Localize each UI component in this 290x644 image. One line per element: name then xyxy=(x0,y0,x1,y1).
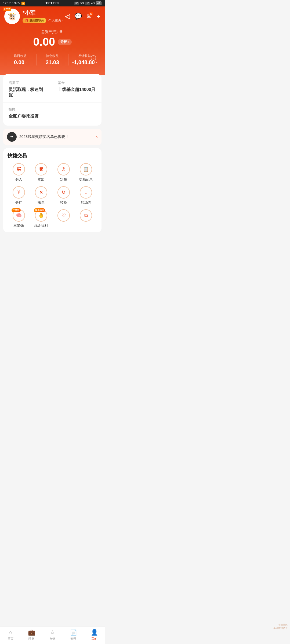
add-button[interactable]: + xyxy=(96,12,100,21)
chevron-right-icon: › xyxy=(26,61,27,64)
three-pens-icon: 三笔钱 🧠 xyxy=(13,209,25,222)
sign-button[interactable]: 🎁 签到赚积分 xyxy=(23,18,46,23)
profile-info: *小军 🎁 签到赚积分 个人主页 › xyxy=(23,9,63,23)
buy-label: 买入 xyxy=(15,177,22,182)
status-network: 0.3K/s xyxy=(12,2,20,5)
stat-holding-label: 持仓收益 xyxy=(37,54,68,58)
chevron-right-icon2: › xyxy=(96,61,97,64)
card-fund-label: 基金 xyxy=(58,80,96,85)
fixed-label: 定投 xyxy=(60,177,67,182)
trade-transfer[interactable]: ↓ 转场内 xyxy=(75,186,97,205)
trade-grid-item[interactable]: ⧉ xyxy=(75,209,97,228)
trade-sell[interactable]: 卖 卖出 xyxy=(30,163,53,182)
notification-icon: •• xyxy=(7,132,17,142)
back-button[interactable]: ◁ xyxy=(65,13,70,20)
cancel-label: 撤单 xyxy=(38,200,45,205)
profile-left: 🐮 开学季 *小军 🎁 签到赚积分 个人主页 › xyxy=(4,9,63,24)
sell-icon: 卖 xyxy=(35,163,47,175)
records-label: 交易记录 xyxy=(79,177,93,182)
trade-records[interactable]: 📋 交易记录 xyxy=(75,163,97,182)
sign-icon: 🎁 xyxy=(25,19,28,22)
three-pens-badge: 三笔钱 xyxy=(12,208,21,212)
help-icon[interactable]: ? xyxy=(91,55,96,61)
status-hd: HD xyxy=(74,2,79,5)
stat-yesterday-value: 0.00 › xyxy=(4,59,36,65)
card-huoqibao[interactable]: 活期宝 灵活取现，极速到账 xyxy=(3,76,52,103)
assets-section: 总资产(元) 👁 ? 0.00 分析 › xyxy=(4,26,100,52)
stat-total[interactable]: 累计收益 -1,048.80 › xyxy=(68,54,100,65)
mail-badge: 42 xyxy=(89,12,93,16)
cards-section: 活期宝 灵活取现，极速到账 基金 上线基金超14000只 投顾 全账户委托投资 xyxy=(3,74,102,126)
stats-row: 昨日收益 0.00 › 持仓收益 21.03 累计收益 -1,048.80 › xyxy=(4,52,100,70)
status-signal-icon: 📶 xyxy=(21,2,25,5)
profile-sub: 🎁 签到赚积分 个人主页 › xyxy=(23,18,63,23)
trade-buy[interactable]: 买 买入 xyxy=(8,163,30,182)
stat-holding: 持仓收益 21.03 xyxy=(36,54,68,65)
header-icons: ◁ 💬 ✉ 42 + xyxy=(65,12,100,21)
status-right: HD 5G HD 4G 44 xyxy=(74,1,102,5)
card-huoqibao-title: 灵活取现，极速到账 xyxy=(9,87,47,98)
chat-button[interactable]: 💬 xyxy=(75,13,82,20)
trade-convert[interactable]: ↻ 转换 xyxy=(52,186,75,205)
status-4g: HD xyxy=(85,2,90,5)
avatar-wrap[interactable]: 🐮 开学季 xyxy=(4,9,20,24)
card-advisor[interactable]: 投顾 全账户委托投资 xyxy=(3,103,52,123)
transfer-label: 转场内 xyxy=(81,200,91,205)
three-pens-label: 三笔钱 xyxy=(13,223,24,228)
favorite-icon: ♡ xyxy=(57,209,70,222)
profile-row: 🐮 开学季 *小军 🎁 签到赚积分 个人主页 › xyxy=(4,9,100,24)
quick-trade-section: 快捷交易 买 买入 卖 卖出 ⏱ 定投 xyxy=(3,148,102,232)
user-name: *小军 xyxy=(23,9,63,17)
quick-trade-title: 快捷交易 xyxy=(8,152,97,159)
trade-cash-benefit[interactable]: 现金福利 🤚 现金福利 xyxy=(30,209,53,228)
notification-banner[interactable]: •• 2023晨星奖获奖名单已揭晓！ › xyxy=(3,129,102,145)
records-icon: 📋 xyxy=(80,163,92,175)
status-5g: 5G xyxy=(80,2,84,5)
stat-holding-value: 21.03 xyxy=(37,59,68,65)
assets-amount: 0.00 分析 › xyxy=(4,35,100,48)
notification-text: 2023晨星奖获奖名单已揭晓！ xyxy=(19,134,93,139)
header-section: 🐮 开学季 *小军 🎁 签到赚积分 个人主页 › xyxy=(0,6,105,75)
analyze-button[interactable]: 分析 › xyxy=(58,39,71,45)
card-advisor-label: 投顾 xyxy=(9,107,47,112)
card-advisor-title: 全账户委托投资 xyxy=(9,114,47,119)
trade-favorite[interactable]: ♡ xyxy=(52,209,75,228)
trade-cancel[interactable]: ✕ 撤单 xyxy=(30,186,53,205)
status-bar: 12:17 0.3K/s 📶 12:17:03 HD 5G HD 4G 44 xyxy=(0,0,105,6)
trade-grid: 买 买入 卖 卖出 ⏱ 定投 📋 xyxy=(8,163,97,228)
card-fund-title: 上线基金超14000只 xyxy=(58,87,96,93)
dividend-icon: ¥ xyxy=(13,186,25,199)
sell-label: 卖出 xyxy=(38,177,45,182)
cards-grid: 活期宝 灵活取现，极速到账 基金 上线基金超14000只 投顾 全账户委托投资 xyxy=(3,76,102,123)
mail-button[interactable]: ✉ 42 xyxy=(87,13,92,20)
transfer-icon: ↓ xyxy=(80,186,92,199)
card-huoqibao-label: 活期宝 xyxy=(9,80,47,85)
stat-yesterday[interactable]: 昨日收益 0.00 › xyxy=(4,54,36,65)
cash-benefit-badge: 现金福利 xyxy=(34,208,45,212)
cash-benefit-icon: 现金福利 🤚 xyxy=(35,209,47,222)
notification-arrow: › xyxy=(96,134,98,140)
stat-total-value: -1,048.80 › xyxy=(68,59,100,65)
trade-dividend[interactable]: ¥ 分红 xyxy=(8,186,30,205)
status-time: 12:17 xyxy=(3,2,11,5)
cancel-icon: ✕ xyxy=(35,186,47,199)
convert-label: 转换 xyxy=(60,200,67,205)
battery-icon: 44 xyxy=(96,1,102,5)
trade-three-pens[interactable]: 三笔钱 🧠 三笔钱 xyxy=(8,209,30,228)
card-placeholder xyxy=(52,103,102,123)
dividend-label: 分红 xyxy=(15,200,22,205)
status-4g-label: 4G xyxy=(91,2,95,5)
convert-icon: ↻ xyxy=(57,186,70,199)
homepage-button[interactable]: 个人主页 › xyxy=(48,18,63,23)
fixed-icon: ⏱ xyxy=(57,163,70,175)
trade-fixed[interactable]: ⏱ 定投 xyxy=(52,163,75,182)
eye-icon[interactable]: 👁 xyxy=(59,30,63,34)
cash-benefit-label: 现金福利 xyxy=(34,223,48,228)
status-left: 12:17 0.3K/s 📶 xyxy=(3,2,25,5)
stat-yesterday-label: 昨日收益 xyxy=(4,54,36,58)
avatar-badge: 开学季 xyxy=(3,7,11,11)
status-center-time: 12:17:03 xyxy=(42,1,63,6)
card-fund[interactable]: 基金 上线基金超14000只 xyxy=(52,76,102,103)
grid-icon: ⧉ xyxy=(80,209,92,222)
buy-icon: 买 xyxy=(13,163,25,175)
